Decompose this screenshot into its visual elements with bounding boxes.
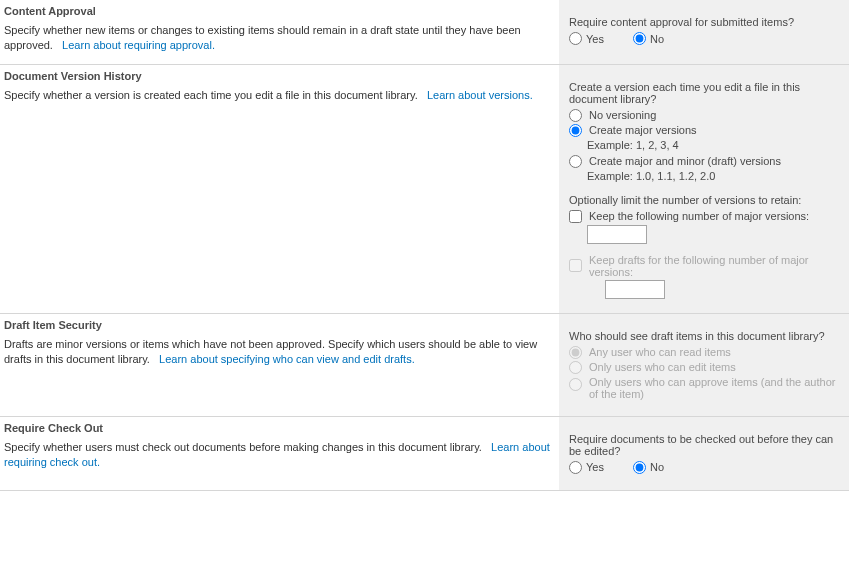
version-major-radio[interactable] [569, 124, 582, 137]
draft-any-label: Any user who can read items [589, 346, 731, 358]
keep-major-input-wrap [587, 225, 839, 244]
version-minor-radio[interactable] [569, 155, 582, 168]
right-pane: Who should see draft items in this docum… [559, 314, 849, 416]
section-description: Drafts are minor versions or items which… [4, 337, 551, 368]
section-description: Specify whether users must check out doc… [4, 440, 551, 471]
section-description: Specify whether a version is created eac… [4, 88, 551, 103]
draft-edit-radio [569, 361, 582, 374]
question-draft-visibility: Who should see draft items in this docum… [569, 330, 839, 342]
draft-any-radio [569, 346, 582, 359]
right-pane: Require content approval for submitted i… [559, 0, 849, 64]
section-content-approval: Content Approval Specify whether new ite… [0, 0, 849, 65]
right-pane: Require documents to be checked out befo… [559, 417, 849, 490]
section-title: Draft Item Security [4, 319, 551, 331]
left-pane: Draft Item Security Drafts are minor ver… [0, 314, 559, 416]
section-checkout: Require Check Out Specify whether users … [0, 417, 849, 491]
right-pane: Create a version each time you edit a fi… [559, 65, 849, 313]
learn-approval-link[interactable]: Learn about requiring approval. [62, 39, 215, 51]
draft-edit-label: Only users who can edit items [589, 361, 736, 373]
keep-drafts-input [605, 280, 665, 299]
section-title: Require Check Out [4, 422, 551, 434]
left-pane: Require Check Out Specify whether users … [0, 417, 559, 490]
question-require-approval: Require content approval for submitted i… [569, 16, 839, 28]
keep-drafts-checkbox [569, 259, 582, 272]
section-title: Document Version History [4, 70, 551, 82]
approval-yes-radio[interactable] [569, 32, 582, 45]
learn-drafts-link[interactable]: Learn about specifying who can view and … [159, 353, 415, 365]
keep-major-label: Keep the following number of major versi… [589, 210, 809, 222]
left-pane: Document Version History Specify whether… [0, 65, 559, 313]
section-title: Content Approval [4, 5, 551, 17]
version-none-label: No versioning [589, 109, 656, 121]
version-minor-label: Create major and minor (draft) versions [589, 155, 781, 167]
draft-approve-label: Only users who can approve items (and th… [589, 376, 839, 400]
keep-drafts-label: Keep drafts for the following number of … [589, 254, 839, 278]
approval-no-label: No [650, 33, 664, 45]
limit-versions-heading: Optionally limit the number of versions … [569, 194, 839, 206]
section-version-history: Document Version History Specify whether… [0, 65, 849, 314]
keep-major-input[interactable] [587, 225, 647, 244]
checkout-no-radio[interactable] [633, 461, 646, 474]
version-none-radio[interactable] [569, 109, 582, 122]
section-description: Specify whether new items or changes to … [4, 23, 551, 54]
checkout-no-label: No [650, 461, 664, 473]
checkout-yes-label: Yes [586, 461, 604, 473]
approval-yes-label: Yes [586, 33, 604, 45]
left-pane: Content Approval Specify whether new ite… [0, 0, 559, 64]
approval-no-radio[interactable] [633, 32, 646, 45]
draft-approve-radio [569, 378, 582, 391]
section-draft-security: Draft Item Security Drafts are minor ver… [0, 314, 849, 417]
version-minor-example: Example: 1.0, 1.1, 1.2, 2.0 [587, 170, 839, 182]
question-require-checkout: Require documents to be checked out befo… [569, 433, 839, 457]
keep-major-checkbox[interactable] [569, 210, 582, 223]
question-versioning: Create a version each time you edit a fi… [569, 81, 839, 105]
version-major-label: Create major versions [589, 124, 697, 136]
checkout-yes-radio[interactable] [569, 461, 582, 474]
keep-drafts-input-wrap [605, 280, 839, 299]
version-major-example: Example: 1, 2, 3, 4 [587, 139, 839, 151]
learn-versions-link[interactable]: Learn about versions. [427, 89, 533, 101]
